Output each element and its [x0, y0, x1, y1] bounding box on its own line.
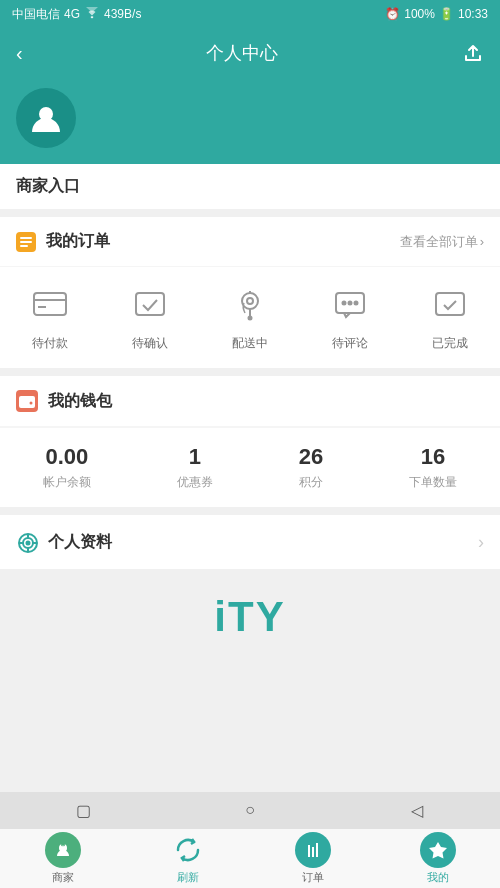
page-title: 个人中心 [206, 41, 278, 65]
svg-point-20 [30, 402, 33, 405]
carrier-text: 中国电信 [12, 6, 60, 23]
alarm-icon: ⏰ [385, 7, 400, 21]
view-all-label: 查看全部订单 [400, 233, 478, 251]
merchant-entry-label: 商家入口 [16, 177, 80, 194]
pending-confirm-label: 待确认 [132, 335, 168, 352]
mine-nav-icon [420, 832, 456, 868]
wallet-icon [16, 390, 38, 412]
signal-text: 4G [64, 7, 80, 21]
orders-icon [16, 232, 36, 252]
orders-nav-label: 订单 [302, 870, 324, 885]
refresh-nav-icon [170, 832, 206, 868]
profile-row-left: 个人资料 [16, 531, 112, 553]
orders-nav-icon [295, 832, 331, 868]
header: ‹ 个人中心 [0, 28, 500, 78]
network-speed: 439B/s [104, 7, 141, 21]
content-area: 商家入口 我的订单 查看全部订单 › [0, 164, 500, 753]
merchant-nav-icon [45, 832, 81, 868]
profile-chevron-icon: › [478, 532, 484, 553]
view-all-orders[interactable]: 查看全部订单 › [400, 233, 484, 251]
battery-icon: 🔋 [439, 7, 454, 21]
merchant-entry[interactable]: 商家入口 [0, 164, 500, 217]
svg-point-12 [249, 317, 252, 320]
wallet-stats-row: 0.00 帐户余额 1 优惠券 26 积分 16 下单数量 [0, 427, 500, 507]
points-label: 积分 [299, 474, 323, 491]
order-count-value: 16 [421, 444, 445, 470]
orders-header-left: 我的订单 [16, 231, 110, 252]
nav-merchant[interactable]: 商家 [0, 832, 125, 885]
order-status-pending-payment[interactable]: 待付款 [28, 283, 72, 352]
stat-order-count[interactable]: 16 下单数量 [409, 444, 457, 491]
refresh-nav-label: 刷新 [177, 870, 199, 885]
nav-mine[interactable]: 我的 [375, 832, 500, 885]
svg-point-16 [355, 302, 358, 305]
stat-coupons[interactable]: 1 优惠券 [177, 444, 213, 491]
nav-refresh[interactable]: 刷新 [125, 832, 250, 885]
svg-rect-2 [20, 241, 32, 243]
personal-profile-row[interactable]: 个人资料 › [0, 515, 500, 569]
svg-point-15 [349, 302, 352, 305]
battery-text: 100% [404, 7, 435, 21]
nav-orders[interactable]: 订单 [250, 832, 375, 885]
delivering-label: 配送中 [232, 335, 268, 352]
svg-rect-1 [20, 237, 32, 239]
status-bar: 中国电信 4G 439B/s ⏰ 100% 🔋 10:33 [0, 0, 500, 28]
nav-back-button[interactable]: ◁ [403, 796, 431, 824]
coupons-value: 1 [189, 444, 201, 470]
merchant-nav-label: 商家 [52, 870, 74, 885]
ity-brand-area: iTY [0, 577, 500, 657]
svg-point-9 [247, 298, 253, 304]
pending-confirm-icon [128, 283, 172, 327]
balance-label: 帐户余额 [43, 474, 91, 491]
pending-review-label: 待评论 [332, 335, 368, 352]
bottom-nav: 商家 刷新 订单 我的 [0, 828, 500, 888]
svg-rect-3 [20, 245, 28, 247]
order-status-pending-review[interactable]: 待评论 [328, 283, 372, 352]
delivering-icon [228, 283, 272, 327]
completed-label: 已完成 [432, 335, 468, 352]
profile-icon [16, 531, 38, 553]
order-count-label: 下单数量 [409, 474, 457, 491]
svg-point-14 [343, 302, 346, 305]
status-left: 中国电信 4G 439B/s [12, 6, 141, 23]
balance-value: 0.00 [46, 444, 89, 470]
mine-nav-label: 我的 [427, 870, 449, 885]
orders-title: 我的订单 [46, 231, 110, 252]
pending-review-icon [328, 283, 372, 327]
svg-point-8 [242, 293, 258, 309]
my-orders-section: 我的订单 查看全部订单 › 待付款 [0, 217, 500, 368]
wifi-icon [84, 7, 100, 21]
order-status-completed[interactable]: 已完成 [428, 283, 472, 352]
status-right: ⏰ 100% 🔋 10:33 [385, 7, 488, 21]
wallet-header-left: 我的钱包 [16, 390, 112, 412]
system-nav-bar: ▢ ○ ◁ [0, 792, 500, 828]
nav-home-button[interactable]: ○ [236, 796, 264, 824]
avatar[interactable] [16, 88, 76, 148]
time-text: 10:33 [458, 7, 488, 21]
wallet-header: 我的钱包 [0, 376, 500, 427]
back-button[interactable]: ‹ [16, 42, 23, 65]
orders-header: 我的订单 查看全部订单 › [0, 217, 500, 267]
pending-payment-icon [28, 283, 72, 327]
share-button[interactable] [462, 42, 484, 64]
wallet-title: 我的钱包 [48, 391, 112, 412]
pending-payment-label: 待付款 [32, 335, 68, 352]
stat-balance[interactable]: 0.00 帐户余额 [43, 444, 91, 491]
svg-rect-7 [136, 293, 164, 315]
points-value: 26 [299, 444, 323, 470]
profile-area [0, 78, 500, 164]
stat-points[interactable]: 26 积分 [299, 444, 323, 491]
order-status-delivering[interactable]: 配送中 [228, 283, 272, 352]
svg-rect-4 [34, 293, 66, 315]
order-status-row: 待付款 待确认 [0, 267, 500, 368]
chevron-right-icon: › [480, 234, 484, 249]
order-status-pending-confirm[interactable]: 待确认 [128, 283, 172, 352]
coupons-label: 优惠券 [177, 474, 213, 491]
completed-icon [428, 283, 472, 327]
ity-brand-text: iTY [214, 593, 285, 641]
profile-label: 个人资料 [48, 532, 112, 553]
svg-rect-17 [436, 293, 464, 315]
my-wallet-section: 我的钱包 0.00 帐户余额 1 优惠券 26 积分 16 下单数量 [0, 376, 500, 507]
nav-square-button[interactable]: ▢ [69, 796, 97, 824]
svg-point-23 [27, 542, 30, 545]
